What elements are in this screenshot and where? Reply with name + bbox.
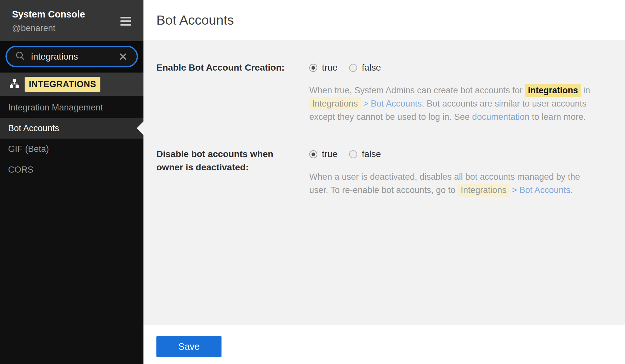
x-icon xyxy=(119,52,128,61)
main-panel: Bot Accounts Enable Bot Account Creation… xyxy=(143,0,625,364)
save-button[interactable]: Save xyxy=(156,336,222,357)
sidebar-item-bot-accounts[interactable]: Bot Accounts xyxy=(0,118,143,139)
sidebar-item-label: Bot Accounts xyxy=(8,123,59,133)
settings-content: Enable Bot Account Creation: true false … xyxy=(143,41,625,325)
help-text-segment: in xyxy=(581,85,590,95)
radio-option-false[interactable]: false xyxy=(349,63,381,73)
clear-search-button[interactable] xyxy=(117,51,129,63)
setting-control: true false When true, System Admins can … xyxy=(309,61,591,124)
setting-row-enable-bot-creation: Enable Bot Account Creation: true false … xyxy=(156,61,612,124)
setting-label-disable-bots-on-deactivate: Disable bot accounts when owner is deact… xyxy=(156,148,292,197)
search-term-highlight: Integrations xyxy=(458,184,509,197)
help-text-disable-bots-on-deactivate: When a user is deactivated, disables all… xyxy=(309,170,591,197)
sitemap-icon xyxy=(9,79,19,90)
sidebar-item-integration-management[interactable]: Integration Management xyxy=(0,97,143,118)
sidebar-header: System Console @benarent xyxy=(0,0,143,41)
sidebar-item-gif-beta[interactable]: GIF (Beta) xyxy=(0,139,143,159)
radio-button-true[interactable] xyxy=(309,150,317,158)
sidebar-item-label: GIF (Beta) xyxy=(8,144,49,154)
help-text-segment xyxy=(361,99,363,108)
inline-link[interactable]: > Bot Accounts xyxy=(512,185,570,195)
page-header: Bot Accounts xyxy=(143,0,625,41)
menu-toggle-button[interactable] xyxy=(120,17,131,26)
setting-row-disable-bots-on-deactivate: Disable bot accounts when owner is deact… xyxy=(156,148,612,197)
radio-button-false[interactable] xyxy=(349,150,357,158)
sidebar: System Console @benarent xyxy=(0,0,143,364)
radio-group-disable-bots-on-deactivate: true false xyxy=(309,148,591,161)
inline-link[interactable]: documentation xyxy=(472,112,529,122)
radio-label: true xyxy=(322,149,337,159)
radio-option-false[interactable]: false xyxy=(349,149,381,159)
radio-group-enable-bot-creation: true false xyxy=(309,61,591,74)
search-term-highlight: integrations xyxy=(525,84,581,97)
radio-button-false[interactable] xyxy=(349,64,357,72)
radio-label: true xyxy=(322,63,337,73)
setting-label-enable-bot-creation: Enable Bot Account Creation: xyxy=(156,61,292,124)
sidebar-search-section xyxy=(0,41,143,73)
footer-bar: Save xyxy=(143,325,625,364)
inline-link[interactable]: > Bot Accounts xyxy=(363,99,422,108)
setting-control: true false When a user is deactivated, d… xyxy=(309,148,591,197)
search-box[interactable] xyxy=(6,46,138,67)
sidebar-section-integrations[interactable]: INTEGRATIONS xyxy=(0,73,143,96)
page-title: Bot Accounts xyxy=(156,13,234,28)
radio-label: false xyxy=(362,63,381,73)
hamburger-icon xyxy=(120,17,131,18)
help-text-enable-bot-creation: When true, System Admins can create bot … xyxy=(309,84,591,124)
search-term-highlight: Integrations xyxy=(309,97,361,110)
section-label-highlighted: INTEGRATIONS xyxy=(25,77,100,92)
sidebar-item-label: Integration Management xyxy=(8,103,103,113)
radio-option-true[interactable]: true xyxy=(309,149,337,159)
help-text-segment: . xyxy=(570,185,573,195)
sidebar-item-label: CORS xyxy=(8,165,33,175)
help-text-segment: When true, System Admins can create bot … xyxy=(309,85,525,95)
magnifier-icon xyxy=(15,51,26,63)
radio-label: false xyxy=(362,149,381,159)
radio-button-true[interactable] xyxy=(309,64,317,72)
radio-option-true[interactable]: true xyxy=(309,63,337,73)
search-input[interactable] xyxy=(31,51,117,62)
help-text-segment: to learn more. xyxy=(529,112,586,122)
sidebar-menu: Integration Management Bot Accounts GIF … xyxy=(0,96,143,180)
sidebar-item-cors[interactable]: CORS xyxy=(0,159,143,180)
